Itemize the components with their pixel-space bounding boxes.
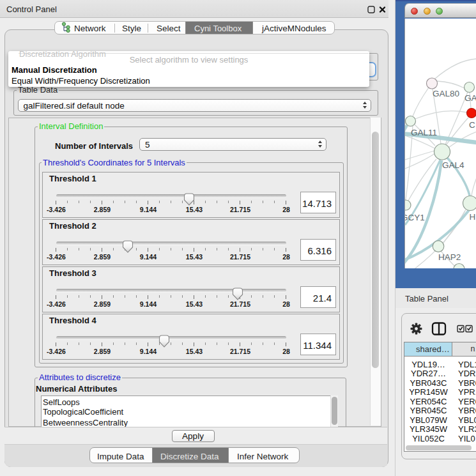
svg-text:GA: GA bbox=[464, 93, 476, 103]
svg-text:GCY1: GCY1 bbox=[405, 213, 425, 222]
svg-text:HAP2: HAP2 bbox=[438, 252, 461, 262]
svg-text:GAL4: GAL4 bbox=[442, 160, 464, 170]
svg-text:GAL11: GAL11 bbox=[411, 128, 437, 137]
svg-text:GAL80: GAL80 bbox=[433, 89, 459, 98]
svg-text:H: H bbox=[470, 212, 476, 222]
svg-text:C: C bbox=[469, 120, 475, 130]
